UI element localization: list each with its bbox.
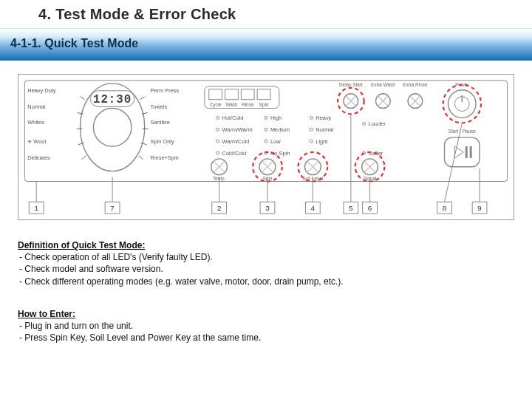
svg-text:Normal: Normal <box>27 103 45 110</box>
svg-point-39 <box>216 151 219 154</box>
page-title: 4. Test Mode & Error Check <box>38 6 236 23</box>
svg-text:Normal: Normal <box>316 126 333 133</box>
svg-text:Heavy Duty: Heavy Duty <box>27 87 56 94</box>
svg-text:Heavy: Heavy <box>316 115 331 121</box>
svg-text:9: 9 <box>477 204 482 212</box>
how-list: Plug in and turn on the unit. Press Spin… <box>18 320 505 344</box>
svg-text:Start / Pause: Start / Pause <box>449 129 477 134</box>
svg-point-50 <box>265 140 267 143</box>
svg-text:Rinse+Spin: Rinse+Spin <box>151 154 179 161</box>
svg-text:Spin: Spin <box>259 102 269 108</box>
svg-text:4: 4 <box>311 204 316 212</box>
svg-text:Wash: Wash <box>225 102 238 107</box>
svg-text:5: 5 <box>349 204 353 212</box>
body-text: Definition of Quick Test Mode: Check ope… <box>18 238 505 344</box>
svg-text:Rinse: Rinse <box>242 102 254 107</box>
svg-point-83 <box>363 122 366 125</box>
svg-text:8: 8 <box>443 204 447 212</box>
signal: Louder Softer Signal <box>355 120 386 181</box>
svg-point-61 <box>310 128 313 131</box>
col-soil: Heavy Normal Light Soil Level <box>299 115 334 181</box>
svg-point-94 <box>443 85 481 123</box>
svg-text:Cold/Cold: Cold/Cold <box>222 150 247 157</box>
list-item: Press Spin Key, Soil Level and Power Key… <box>19 332 505 344</box>
svg-text:3: 3 <box>265 204 270 212</box>
svg-text:Hot/Cold: Hot/Cold <box>222 115 244 121</box>
svg-text:6: 6 <box>368 204 372 212</box>
svg-line-13 <box>139 156 143 160</box>
svg-point-91 <box>448 90 476 118</box>
def-list: Check operation of all LED's (Verify fau… <box>18 251 505 287</box>
svg-text:Extra Rinse: Extra Rinse <box>403 82 428 87</box>
svg-point-62 <box>310 140 313 143</box>
svg-text:Whites: Whites <box>27 119 44 126</box>
svg-point-48 <box>265 116 267 119</box>
svg-text:7: 7 <box>110 204 115 212</box>
svg-text:Sanitize: Sanitize <box>151 119 170 126</box>
svg-text:High: High <box>270 115 282 121</box>
svg-text:2: 2 <box>217 204 222 212</box>
svg-text:Delay Start: Delay Start <box>339 82 363 88</box>
svg-text:Light: Light <box>316 138 327 145</box>
svg-line-106 <box>445 123 463 202</box>
svg-rect-27 <box>257 89 270 100</box>
col-temp: Hot/Cold Warm/Warm Warm/Cold Cold/Cold T… <box>211 115 253 181</box>
svg-text:Warm/Cold: Warm/Cold <box>222 138 250 145</box>
svg-text:Delicates: Delicates <box>27 154 50 161</box>
svg-text:1: 1 <box>34 204 38 212</box>
svg-text:Extra Wash: Extra Wash <box>371 82 395 87</box>
svg-line-4 <box>81 97 85 100</box>
svg-rect-26 <box>241 89 254 100</box>
start-pause-button: Start / Pause <box>445 129 480 167</box>
svg-point-49 <box>265 128 267 131</box>
svg-point-60 <box>310 116 313 119</box>
svg-point-37 <box>216 128 219 131</box>
control-panel-diagram: .thin { stroke:#888; stroke-width:1; fil… <box>18 74 514 220</box>
list-item: Check operation of all LED's (Verify fau… <box>19 251 505 263</box>
svg-point-36 <box>216 116 219 119</box>
def-head: Definition of Quick Test Mode: <box>18 239 505 251</box>
svg-text:Medium: Medium <box>270 126 290 133</box>
svg-line-8 <box>82 156 86 160</box>
col-spin: High Medium Low No Spin Spin <box>253 115 290 181</box>
svg-line-9 <box>140 97 145 100</box>
svg-text:Louder: Louder <box>369 120 386 127</box>
svg-rect-96 <box>445 137 480 167</box>
list-item: Check model and software version. <box>19 263 505 275</box>
svg-text:Low: Low <box>270 138 281 145</box>
svg-point-38 <box>216 140 219 143</box>
svg-point-2 <box>93 109 131 146</box>
svg-text:Towels: Towels <box>151 103 168 110</box>
svg-text:Perm Press: Perm Press <box>151 87 180 94</box>
svg-text:Cycle: Cycle <box>210 102 222 108</box>
opt-buttons: Delay Start Extra Wash Extra Rinse <box>338 82 428 115</box>
power-button: Power <box>443 82 481 123</box>
svg-text:Warm/Warm: Warm/Warm <box>222 126 253 133</box>
wool-label: ✳ Wool <box>27 138 46 145</box>
section-title: 4-1-1. Quick Test Mode <box>10 37 138 50</box>
list-item: Plug in and turn on the unit. <box>19 320 505 332</box>
svg-text:Spin Only: Spin Only <box>151 138 174 145</box>
how-head: How to Enter: <box>18 308 505 320</box>
display-digits: 12:30 <box>93 93 132 106</box>
svg-rect-25 <box>225 89 239 100</box>
svg-rect-24 <box>209 89 222 100</box>
list-item: Check different operating modes (e.g. wa… <box>19 276 505 287</box>
